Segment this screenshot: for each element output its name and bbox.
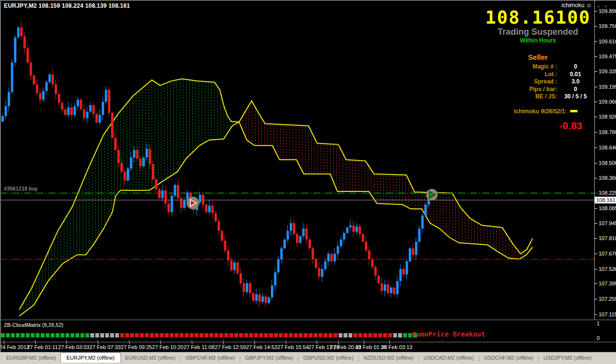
time-axis-label: 27 Feb 01:11 [27, 344, 58, 350]
tab-nzdusd[interactable]: NZDUSD,M2 (offline) [359, 353, 418, 362]
price-axis-tick [595, 41, 597, 42]
cloudmatrix-square-green [51, 333, 54, 337]
cloudmatrix-square-red [309, 333, 313, 337]
price-axis-tick [595, 102, 597, 102]
time-axis-label: 27 Feb 09:25 [121, 344, 152, 350]
cloudmatrix-square-green [85, 333, 89, 337]
price-axis-tick [595, 71, 597, 72]
cloudmatrix-square-red [189, 333, 193, 337]
cloudmatrix-square-red [170, 333, 174, 337]
cloudmatrix-square-gray [95, 333, 99, 337]
window-frame-top [0, 0, 616, 0]
price-axis-label: 109.335 [599, 68, 616, 74]
cloudmatrix-square-red [229, 333, 233, 337]
indicator-canvas [0, 320, 616, 342]
price-axis-tick [595, 178, 597, 178]
cloudmatrix-square-green [21, 333, 25, 337]
tab-usdcad[interactable]: USDCAD,M2 (offline) [419, 353, 478, 362]
cloudmatrix-square-red [125, 333, 129, 337]
price-axis-tick [595, 87, 597, 87]
tab-scroll-arrows[interactable]: ◄► [596, 4, 612, 9]
tab-scroll-right-icon[interactable]: ► [604, 4, 612, 9]
cloudmatrix-square-gray [105, 333, 109, 337]
price-axis-tick [595, 163, 597, 163]
cloudmatrix-square-gray [348, 333, 352, 337]
trade-marker-buy-entry[interactable] [426, 189, 438, 201]
tab-usdjpy[interactable]: USDJPY,M2 (offline) [539, 353, 596, 362]
price-axis-label: 107.810 [599, 235, 616, 241]
cloudmatrix-square-red [135, 333, 139, 337]
price-axis-tick [595, 254, 597, 254]
window-frame-left [0, 0, 1, 352]
price-axis-tick [595, 238, 597, 239]
time-axis-label: 27 Feb 12:59 [215, 344, 246, 350]
cloudmatrix-square-red [294, 333, 298, 337]
tab-scroll-left-icon[interactable]: ◄ [596, 4, 604, 9]
cloudmatrix-square-red [130, 333, 134, 337]
price-axis-label: 108.780 [599, 129, 616, 135]
cloudmatrix-square-red [269, 333, 273, 337]
cloudmatrix-square-green [16, 333, 20, 337]
cloudmatrix-square-red [160, 333, 164, 337]
price-axis-label: 108.085 [599, 205, 616, 211]
cloudmatrix-square-red [274, 333, 278, 337]
cloudmatrix-square-red [368, 333, 372, 337]
cloudmatrix-square-gray [398, 333, 402, 337]
order-label: #3561218 buy [4, 186, 38, 191]
cloudmatrix-square-red [264, 333, 268, 337]
price-axis-label: 107.395 [599, 281, 616, 286]
ea-title: ichimoku ☺ [562, 2, 592, 9]
kumo-breakout-signal: KumoPrice Breakout [412, 330, 485, 338]
tab-gbpchf[interactable]: GBPCHF,M2 (offline) [181, 353, 240, 362]
tab-eurjpy[interactable]: EURJPY,M2 (offline) [60, 352, 121, 363]
cloudmatrix-square-red [383, 333, 387, 337]
trade-marker-sell-entry[interactable] [187, 197, 199, 209]
tab-usdchf[interactable]: USDCHF,M2 (offline) [480, 353, 538, 362]
tab-eurusd[interactable]: EURUSD,M2 (offline) [121, 353, 180, 362]
chart-canvas[interactable]: #3561218 buy [0, 0, 594, 320]
cloudmatrix-square-red [279, 333, 283, 337]
price-axis-label: 109.890 [599, 8, 616, 14]
cloudmatrix-square-red [225, 333, 228, 337]
cloudmatrix-square-green [46, 333, 50, 337]
cloudmatrix-square-red [319, 333, 322, 337]
cloudmatrix-square-red [249, 333, 253, 337]
price-axis-tick [595, 132, 597, 133]
cloudmatrix-square-green [80, 333, 84, 337]
time-axis-label: 27 Feb 11:08 [184, 344, 214, 350]
cloudmatrix-square-red [334, 333, 337, 337]
cloudmatrix-square-green [6, 333, 10, 337]
cloudmatrix-square-red [289, 333, 293, 337]
cloudmatrix-square-green [11, 333, 15, 337]
indicator-subwindow: ZB-CloudMatrix (9,26,52) KumoPrice Break… [0, 320, 616, 342]
indicator-scale-min: 0 [597, 335, 600, 341]
price-axis-label: 107.670 [599, 251, 616, 256]
price-axis-tick [595, 223, 597, 224]
cloudmatrix-square-red [200, 333, 203, 337]
price-axis-tick [595, 11, 597, 12]
time-axis-label: 28 Feb 03:13 [381, 344, 413, 350]
cloudmatrix-square-gray [90, 333, 94, 337]
cloudmatrix-square-red [175, 333, 179, 337]
price-axis-tick [595, 283, 597, 284]
price-axis[interactable]: 109.890109.750109.610109.475109.335109.1… [595, 0, 616, 320]
price-axis-tick [595, 26, 597, 27]
tab-gbpusd[interactable]: GBPUSD,M2 (offline) [299, 353, 358, 362]
indicator-scale-max: 1 [597, 321, 600, 326]
cloudmatrix-square-green [408, 333, 412, 337]
cloudmatrix-square-red [374, 333, 377, 337]
cloudmatrix-square-red [120, 333, 124, 337]
price-axis-label: 108.360 [599, 175, 616, 181]
time-axis-label: 27 Feb 15:54 [278, 344, 309, 350]
cloudmatrix-square-green [403, 333, 407, 337]
time-axis[interactable]: 24 Feb 201227 Feb 01:1127 Feb 03:0327 Fe… [0, 342, 616, 352]
price-axis-label: 107.115 [599, 311, 616, 317]
price-axis-label: 109.610 [599, 39, 616, 44]
tab-gbpjpy[interactable]: GBPJPY,M2 (offline) [241, 353, 297, 362]
price-axis-label: 109.195 [599, 84, 616, 90]
cloudmatrix-square-red [244, 333, 248, 337]
price-axis-tick [595, 299, 597, 299]
cloudmatrix-square-red [234, 333, 238, 337]
tab-eurgbp[interactable]: EURGBP,M2 (offline) [2, 353, 60, 362]
cloudmatrix-square-red [219, 333, 223, 337]
